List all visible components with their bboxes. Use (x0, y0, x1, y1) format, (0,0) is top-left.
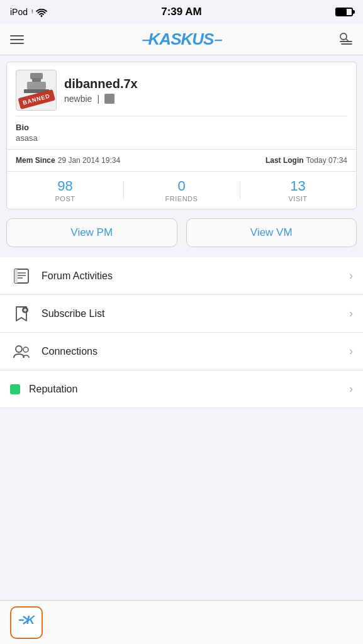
last-login-label: Last Login (265, 156, 304, 165)
last-login: Last Login Today 07:34 (265, 156, 347, 165)
menu-item-forum-activities[interactable]: Forum Activities › (0, 257, 363, 295)
battery-fill (337, 9, 347, 15)
tab-bar: K (0, 600, 363, 644)
forum-activities-chevron: › (349, 269, 353, 282)
view-pm-button[interactable]: View PM (6, 218, 177, 247)
post-label: POST (55, 195, 75, 203)
post-count: 98 (57, 178, 72, 194)
view-vm-button[interactable]: View VM (186, 218, 357, 247)
menu-item-connections[interactable]: Connections › (0, 333, 363, 370)
home-tab-icon[interactable]: K (10, 606, 43, 639)
menu-list: Forum Activities › Subscribe List › Conn… (0, 257, 363, 408)
connections-icon (10, 340, 33, 363)
profile-info: dibanned.7x newbie | (64, 77, 347, 104)
visit-count-item: 13 VISIT (240, 178, 356, 203)
svg-rect-7 (27, 82, 46, 89)
mem-since-label: Mem Since (16, 156, 55, 165)
action-buttons: View PM View VM (0, 209, 363, 256)
menu-item-reputation[interactable]: Reputation › (0, 370, 363, 408)
connections-label: Connections (42, 346, 349, 357)
logo: ‒ KASKUS ‒ (141, 30, 221, 49)
bio-text: asasa (16, 133, 347, 143)
reputation-dot-icon (10, 384, 20, 394)
logo-text: KASKUS (148, 30, 214, 49)
connections-chevron: › (349, 345, 353, 358)
device-label: iPod (10, 7, 28, 17)
subscribe-list-label: Subscribe List (42, 308, 349, 319)
status-left: iPod ᵎ (10, 7, 47, 17)
status-right (335, 8, 353, 16)
last-login-value: Today 07:34 (306, 156, 347, 165)
svg-point-0 (41, 15, 42, 16)
forum-activities-label: Forum Activities (42, 270, 349, 282)
svg-text:K: K (26, 614, 36, 626)
rank-row: newbie | (64, 94, 347, 104)
svg-rect-6 (32, 78, 41, 82)
subscribe-list-chevron: › (349, 307, 353, 320)
forum-activities-icon (10, 265, 33, 287)
reputation-label: Reputation (29, 384, 349, 395)
visit-count: 13 (290, 178, 305, 194)
friends-count-item: 0 FRIENDS (123, 178, 240, 203)
mem-since-value: 29 Jan 2014 19:34 (58, 156, 120, 165)
counts-row: 98 POST 0 FRIENDS 13 VISIT (7, 171, 356, 209)
friends-count: 0 (177, 178, 185, 194)
logo-suffix: ‒ (213, 32, 221, 47)
svg-rect-13 (14, 269, 18, 283)
post-count-item: 98 POST (7, 178, 123, 203)
profile-header: BANNED dibanned.7x newbie | (7, 62, 356, 116)
reputation-chevron: › (349, 382, 353, 396)
svg-point-1 (340, 33, 347, 40)
stats-row: Mem Since 29 Jan 2014 19:34 Last Login T… (7, 149, 356, 171)
status-time: 7:39 AM (161, 6, 202, 18)
search-icon[interactable] (338, 32, 353, 47)
status-bar: iPod ᵎ 7:39 AM (0, 0, 363, 24)
visit-label: VISIT (288, 195, 307, 203)
profile-card: BANNED dibanned.7x newbie | Bio asasa Me… (6, 62, 357, 209)
mem-since: Mem Since 29 Jan 2014 19:34 (16, 156, 120, 165)
bio-section: Bio asasa (7, 116, 356, 149)
nav-bar: ‒ KASKUS ‒ (0, 24, 363, 55)
friends-label: FRIENDS (165, 195, 198, 203)
svg-point-17 (16, 346, 22, 352)
wifi-icon: ᵎ (31, 7, 47, 17)
logo-prefix: ‒ (141, 32, 148, 47)
rank-separator: | (97, 94, 99, 104)
username: dibanned.7x (64, 77, 347, 91)
hamburger-menu-icon[interactable] (10, 35, 24, 44)
avatar-container: BANNED (16, 70, 57, 111)
bio-label: Bio (16, 123, 347, 132)
subscribe-list-icon (10, 303, 33, 325)
rank-label: newbie (64, 94, 92, 104)
svg-point-18 (23, 347, 28, 352)
home-icon-label: K (17, 611, 36, 633)
battery-icon (335, 8, 353, 16)
menu-item-subscribe-list[interactable]: Subscribe List › (0, 295, 363, 333)
rank-badge-icon (104, 94, 114, 104)
avatar: BANNED (16, 70, 57, 111)
